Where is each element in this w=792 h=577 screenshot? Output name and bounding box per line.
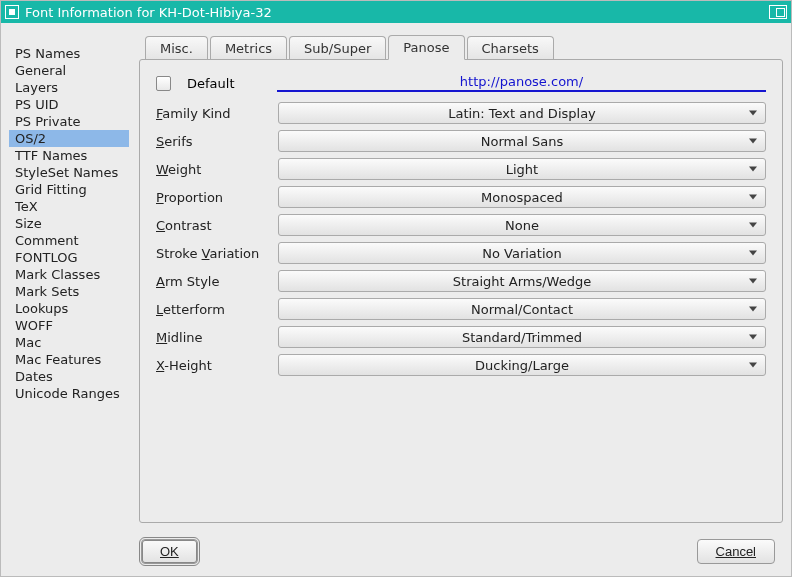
dropdown-value: Straight Arms/Wedge [453,274,591,289]
maximize-icon[interactable] [769,5,787,19]
chevron-down-icon [749,139,757,144]
label-serifs: Serifs [156,134,268,149]
sidebar-item-ps-uid[interactable]: PS UID [9,96,129,113]
chevron-down-icon [749,111,757,116]
sidebar-item-size[interactable]: Size [9,215,129,232]
titlebar: Font Information for KH-Dot-Hibiya-32 [1,1,791,23]
label-letterform: Letterform [156,302,268,317]
dropdown-value: Monospaced [481,190,563,205]
label-family_kind: Family Kind [156,106,268,121]
row-stroke_variation: Stroke VariationNo Variation [156,242,766,264]
sidebar-item-grid-fitting[interactable]: Grid Fitting [9,181,129,198]
row-x_height: X-HeightDucking/Large [156,354,766,376]
row-proportion: ProportionMonospaced [156,186,766,208]
row-arm_style: Arm StyleStraight Arms/Wedge [156,270,766,292]
sidebar-item-layers[interactable]: Layers [9,79,129,96]
sidebar-item-tex[interactable]: TeX [9,198,129,215]
panose-link[interactable]: http://panose.com/ [277,74,766,92]
sidebar-item-ps-private[interactable]: PS Private [9,113,129,130]
panose-link-wrap: http://panose.com/ [277,74,766,92]
tab-sub-super[interactable]: Sub/Super [289,36,386,60]
dropdown-value: Normal Sans [481,134,563,149]
row-contrast: ContrastNone [156,214,766,236]
sidebar-item-mac-features[interactable]: Mac Features [9,351,129,368]
label-stroke_variation: Stroke Variation [156,246,268,261]
dropdown-arm_style[interactable]: Straight Arms/Wedge [278,270,766,292]
chevron-down-icon [749,167,757,172]
dropdown-contrast[interactable]: None [278,214,766,236]
dropdown-value: Light [506,162,538,177]
chevron-down-icon [749,195,757,200]
tab-metrics[interactable]: Metrics [210,36,287,60]
sidebar-item-dates[interactable]: Dates [9,368,129,385]
sidebar-item-fontlog[interactable]: FONTLOG [9,249,129,266]
chevron-down-icon [749,363,757,368]
tab-misc-[interactable]: Misc. [145,36,208,60]
sidebar-item-styleset-names[interactable]: StyleSet Names [9,164,129,181]
dialog-buttons: OK Cancel [1,531,791,576]
sidebar-item-general[interactable]: General [9,62,129,79]
sidebar-item-mark-sets[interactable]: Mark Sets [9,283,129,300]
label-proportion: Proportion [156,190,268,205]
label-arm_style: Arm Style [156,274,268,289]
row-serifs: SerifsNormal Sans [156,130,766,152]
right-pane: Misc.MetricsSub/SuperPanoseCharsets Defa… [139,31,783,523]
tab-bar: Misc.MetricsSub/SuperPanoseCharsets [139,31,783,59]
dropdown-family_kind[interactable]: Latin: Text and Display [278,102,766,124]
row-weight: WeightLight [156,158,766,180]
window: Font Information for KH-Dot-Hibiya-32 PS… [0,0,792,577]
tab-charsets[interactable]: Charsets [467,36,554,60]
ok-button[interactable]: OK [141,539,198,564]
window-title: Font Information for KH-Dot-Hibiya-32 [25,5,272,20]
default-checkbox[interactable] [156,76,171,91]
tab-panose[interactable]: Panose [388,35,464,60]
sidebar-item-unicode-ranges[interactable]: Unicode Ranges [9,385,129,402]
label-midline: Midline [156,330,268,345]
default-row: Default http://panose.com/ [156,74,766,92]
dropdown-x_height[interactable]: Ducking/Large [278,354,766,376]
default-label: Default [187,76,267,91]
chevron-down-icon [749,307,757,312]
row-letterform: LetterformNormal/Contact [156,298,766,320]
sidebar-item-comment[interactable]: Comment [9,232,129,249]
dropdown-value: No Variation [482,246,562,261]
fields-list: Family KindLatin: Text and DisplaySerifs… [156,102,766,376]
row-family_kind: Family KindLatin: Text and Display [156,102,766,124]
content-area: PS NamesGeneralLayersPS UIDPS PrivateOS/… [1,23,791,531]
dropdown-letterform[interactable]: Normal/Contact [278,298,766,320]
dropdown-value: Ducking/Large [475,358,569,373]
dropdown-value: Latin: Text and Display [448,106,596,121]
label-weight: Weight [156,162,268,177]
label-contrast: Contrast [156,218,268,233]
dropdown-serifs[interactable]: Normal Sans [278,130,766,152]
window-menu-icon[interactable] [5,5,19,19]
chevron-down-icon [749,279,757,284]
dropdown-value: Standard/Trimmed [462,330,582,345]
sidebar-item-mac[interactable]: Mac [9,334,129,351]
chevron-down-icon [749,223,757,228]
sidebar-item-mark-classes[interactable]: Mark Classes [9,266,129,283]
cancel-button[interactable]: Cancel [697,539,775,564]
row-midline: MidlineStandard/Trimmed [156,326,766,348]
chevron-down-icon [749,335,757,340]
sidebar-item-lookups[interactable]: Lookups [9,300,129,317]
dropdown-weight[interactable]: Light [278,158,766,180]
sidebar: PS NamesGeneralLayersPS UIDPS PrivateOS/… [9,31,129,523]
dropdown-midline[interactable]: Standard/Trimmed [278,326,766,348]
dropdown-value: None [505,218,539,233]
sidebar-item-ttf-names[interactable]: TTF Names [9,147,129,164]
dropdown-value: Normal/Contact [471,302,573,317]
label-x_height: X-Height [156,358,268,373]
dropdown-stroke_variation[interactable]: No Variation [278,242,766,264]
sidebar-item-os-2[interactable]: OS/2 [9,130,129,147]
panose-panel: Default http://panose.com/ Family KindLa… [139,59,783,523]
sidebar-item-woff[interactable]: WOFF [9,317,129,334]
chevron-down-icon [749,251,757,256]
dropdown-proportion[interactable]: Monospaced [278,186,766,208]
sidebar-item-ps-names[interactable]: PS Names [9,45,129,62]
